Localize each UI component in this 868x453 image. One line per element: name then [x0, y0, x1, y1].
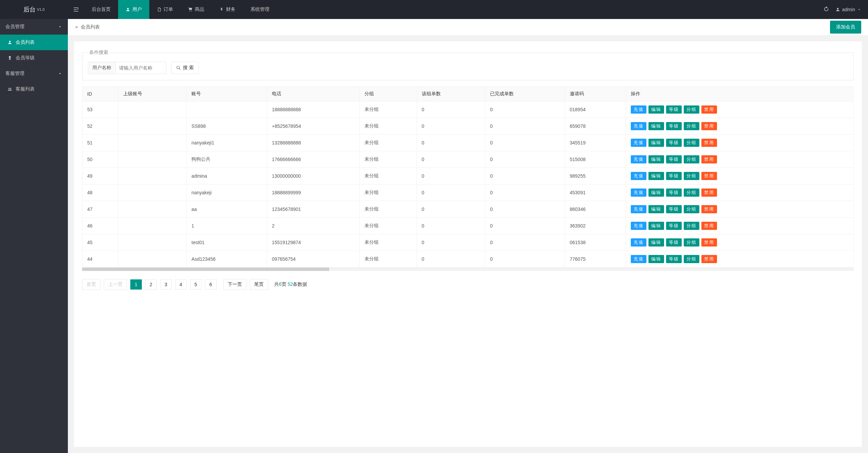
recharge-button[interactable]: 充值 — [631, 105, 646, 114]
group-button[interactable]: 分组 — [684, 205, 699, 213]
edit-button[interactable]: 编辑 — [648, 189, 664, 197]
nav-products[interactable]: 商品 — [181, 0, 212, 19]
disable-button[interactable]: 禁用 — [701, 155, 717, 163]
pager-page[interactable]: 1 — [130, 279, 142, 290]
menu-toggle-button[interactable] — [68, 0, 84, 19]
edit-button[interactable]: 编辑 — [648, 139, 664, 147]
nav-home[interactable]: 后台首页 — [84, 0, 118, 19]
recharge-button[interactable]: 充值 — [631, 122, 646, 130]
table-cell — [118, 234, 187, 251]
recharge-button[interactable]: 充值 — [631, 189, 646, 197]
search-input[interactable] — [115, 62, 166, 74]
cart-icon — [188, 7, 193, 12]
table-cell: 未分组 — [360, 234, 417, 251]
level-button[interactable]: 等级 — [666, 139, 682, 147]
group-button[interactable]: 分组 — [684, 139, 699, 147]
level-button[interactable]: 等级 — [666, 189, 682, 197]
nav-finance[interactable]: 财务 — [212, 0, 243, 19]
level-button[interactable]: 等级 — [666, 155, 682, 163]
group-button[interactable]: 分组 — [684, 189, 699, 197]
group-button[interactable]: 分组 — [684, 238, 699, 247]
disable-button[interactable]: 禁用 — [701, 255, 717, 263]
recharge-button[interactable]: 充值 — [631, 139, 646, 147]
disable-button[interactable]: 禁用 — [701, 205, 717, 213]
disable-button[interactable]: 禁用 — [701, 238, 717, 247]
pager-first[interactable]: 首页 — [82, 279, 100, 290]
scrollbar-thumb[interactable] — [82, 268, 329, 271]
user-menu[interactable]: admin — [835, 7, 861, 12]
recharge-button[interactable]: 充值 — [631, 205, 646, 213]
pager-page[interactable]: 4 — [175, 279, 187, 290]
add-member-button[interactable]: 添加会员 — [830, 21, 861, 34]
horizontal-scrollbar[interactable] — [82, 268, 854, 271]
document-icon — [157, 7, 162, 12]
level-button[interactable]: 等级 — [666, 172, 682, 180]
edit-button[interactable]: 编辑 — [648, 222, 664, 230]
table-row: 45test0115519129874未分组00061538充值编辑等级分组禁用 — [82, 234, 854, 251]
sidebar-group-service[interactable]: 客服管理 — [0, 66, 68, 81]
table-cell: 50 — [82, 151, 118, 168]
sidebar-item-label: 客服列表 — [16, 86, 35, 92]
edit-button[interactable]: 编辑 — [648, 122, 664, 130]
users-icon — [7, 87, 12, 92]
nav-label: 商品 — [195, 6, 204, 13]
recharge-button[interactable]: 充值 — [631, 238, 646, 247]
pager-prev[interactable]: 上一页 — [104, 279, 127, 290]
nav-system[interactable]: 系统管理 — [243, 0, 277, 19]
table-header-cell: 电话 — [267, 87, 360, 101]
sidebar-item-service-list[interactable]: 客服列表 — [0, 81, 68, 97]
level-button[interactable]: 等级 — [666, 105, 682, 114]
disable-button[interactable]: 禁用 — [701, 122, 717, 130]
user-icon — [835, 7, 840, 12]
disable-button[interactable]: 禁用 — [701, 222, 717, 230]
disable-button[interactable]: 禁用 — [701, 105, 717, 114]
pager-last[interactable]: 尾页 — [250, 279, 268, 290]
edit-button[interactable]: 编辑 — [648, 255, 664, 263]
edit-button[interactable]: 编辑 — [648, 155, 664, 163]
level-button[interactable]: 等级 — [666, 222, 682, 230]
table-header-cell: 邀请码 — [565, 87, 626, 101]
edit-button[interactable]: 编辑 — [648, 205, 664, 213]
edit-button[interactable]: 编辑 — [648, 172, 664, 180]
level-button[interactable]: 等级 — [666, 238, 682, 247]
table-header-cell: 该组单数 — [417, 87, 485, 101]
disable-button[interactable]: 禁用 — [701, 189, 717, 197]
table-row: 44Asd123456097656754未分组00776075充值编辑等级分组禁… — [82, 251, 854, 268]
chevron-down-icon — [58, 71, 62, 76]
table-cell: 12345678901 — [267, 201, 360, 218]
recharge-button[interactable]: 充值 — [631, 172, 646, 180]
search-button[interactable]: 搜 索 — [171, 62, 199, 74]
disable-button[interactable]: 禁用 — [701, 172, 717, 180]
pager-next[interactable]: 下一页 — [223, 279, 246, 290]
table-cell: 0 — [417, 101, 485, 118]
recharge-button[interactable]: 充值 — [631, 222, 646, 230]
sidebar-item-member-list[interactable]: 会员列表 — [0, 35, 68, 50]
recharge-button[interactable]: 充值 — [631, 255, 646, 263]
edit-button[interactable]: 编辑 — [648, 238, 664, 247]
level-button[interactable]: 等级 — [666, 122, 682, 130]
group-button[interactable]: 分组 — [684, 172, 699, 180]
recharge-button[interactable]: 充值 — [631, 155, 646, 163]
pager-page[interactable]: 2 — [145, 279, 157, 290]
pager-page[interactable]: 5 — [190, 279, 202, 290]
group-button[interactable]: 分组 — [684, 155, 699, 163]
group-button[interactable]: 分组 — [684, 255, 699, 263]
level-button[interactable]: 等级 — [666, 255, 682, 263]
refresh-button[interactable] — [823, 6, 829, 13]
nav-orders[interactable]: 订单 — [149, 0, 181, 19]
pager-page[interactable]: 6 — [205, 279, 216, 290]
table-cell — [118, 218, 187, 234]
group-button[interactable]: 分组 — [684, 222, 699, 230]
pager-page[interactable]: 3 — [160, 279, 172, 290]
sidebar-item-member-level[interactable]: 会员等级 — [0, 50, 68, 66]
nav-users[interactable]: 用户 — [118, 0, 149, 19]
disable-button[interactable]: 禁用 — [701, 139, 717, 147]
edit-button[interactable]: 编辑 — [648, 105, 664, 114]
level-button[interactable]: 等级 — [666, 205, 682, 213]
user-icon — [7, 40, 12, 45]
group-button[interactable]: 分组 — [684, 105, 699, 114]
search-button-label: 搜 索 — [183, 65, 194, 71]
table-cell: 46 — [82, 218, 118, 234]
sidebar-group-members[interactable]: 会员管理 — [0, 19, 68, 35]
group-button[interactable]: 分组 — [684, 122, 699, 130]
